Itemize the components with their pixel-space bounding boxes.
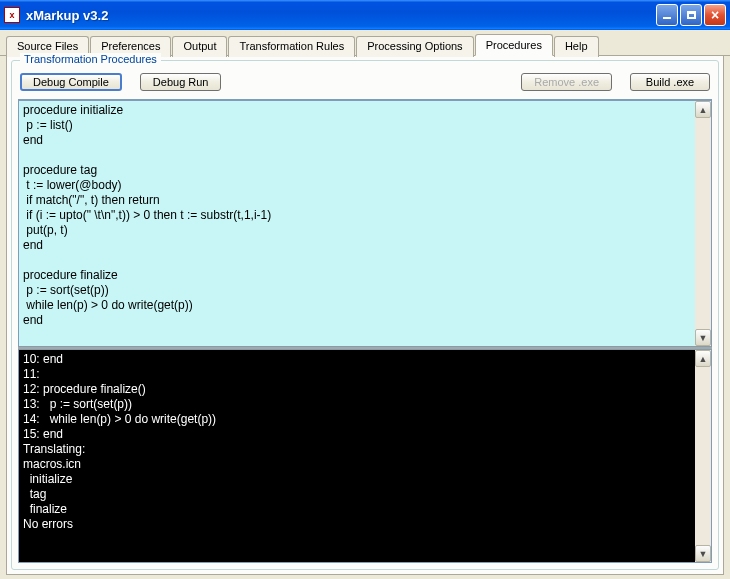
groupbox-legend: Transformation Procedures — [20, 53, 161, 65]
scroll-up-icon[interactable]: ▲ — [695, 101, 711, 118]
output-pane: 10: end 11: 12: procedure finalize() 13:… — [18, 347, 712, 563]
scroll-up-icon[interactable]: ▲ — [695, 350, 711, 367]
button-row: Debug Compile Debug Run Remove .exe Buil… — [18, 71, 712, 99]
debug-compile-button[interactable]: Debug Compile — [20, 73, 122, 91]
tab-body: Transformation Procedures Debug Compile … — [6, 56, 724, 575]
scroll-track[interactable] — [695, 118, 711, 329]
app-icon: x — [4, 7, 20, 23]
output-scrollbar[interactable]: ▲ ▼ — [695, 349, 712, 563]
close-button[interactable]: × — [704, 4, 726, 26]
debug-run-button[interactable]: Debug Run — [140, 73, 222, 91]
minimize-button[interactable] — [656, 4, 678, 26]
remove-exe-button: Remove .exe — [521, 73, 612, 91]
scroll-track[interactable] — [695, 367, 711, 545]
tab-help[interactable]: Help — [554, 36, 599, 57]
window-title: xMarkup v3.2 — [26, 8, 656, 23]
scroll-down-icon[interactable]: ▼ — [695, 329, 711, 346]
procedures-groupbox: Transformation Procedures Debug Compile … — [11, 60, 719, 570]
editor-scrollbar[interactable]: ▲ ▼ — [695, 100, 712, 347]
scroll-down-icon[interactable]: ▼ — [695, 545, 711, 562]
output-console[interactable]: 10: end 11: 12: procedure finalize() 13:… — [18, 349, 695, 563]
editor-pane: procedure initialize p := list() end pro… — [18, 99, 712, 347]
tab-procedures[interactable]: Procedures — [475, 34, 553, 56]
build-exe-button[interactable]: Build .exe — [630, 73, 710, 91]
maximize-button[interactable] — [680, 4, 702, 26]
window-buttons: × — [656, 4, 726, 26]
tab-processing-options[interactable]: Processing Options — [356, 36, 473, 57]
tab-output[interactable]: Output — [172, 36, 227, 57]
tab-transformation-rules[interactable]: Transformation Rules — [228, 36, 355, 57]
titlebar: x xMarkup v3.2 × — [0, 0, 730, 30]
source-editor[interactable]: procedure initialize p := list() end pro… — [18, 100, 695, 347]
